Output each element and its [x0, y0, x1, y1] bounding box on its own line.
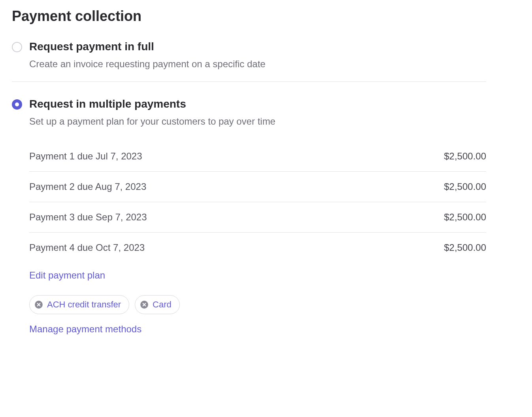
payment-amount: $2,500.00	[444, 151, 486, 162]
payments-list: Payment 1 due Jul 7, 2023 $2,500.00 Paym…	[29, 141, 486, 263]
close-circle-icon[interactable]	[34, 300, 43, 309]
chip-label: ACH credit transfer	[47, 299, 121, 310]
edit-payment-plan-link[interactable]: Edit payment plan	[29, 270, 105, 281]
chip-ach[interactable]: ACH credit transfer	[29, 295, 129, 314]
payment-amount: $2,500.00	[444, 181, 486, 192]
option-multiple-label: Request in multiple payments	[29, 98, 486, 110]
payment-label: Payment 2 due Aug 7, 2023	[29, 181, 146, 192]
payment-amount: $2,500.00	[444, 212, 486, 223]
option-full-label: Request payment in full	[29, 40, 486, 53]
chip-card[interactable]: Card	[135, 295, 180, 314]
option-request-multiple[interactable]: Request in multiple payments Set up a pa…	[12, 98, 486, 347]
payment-row: Payment 1 due Jul 7, 2023 $2,500.00	[29, 141, 486, 172]
option-multiple-desc: Set up a payment plan for your customers…	[29, 116, 486, 127]
radio-request-multiple[interactable]	[12, 99, 22, 110]
payment-label: Payment 4 due Oct 7, 2023	[29, 242, 145, 253]
payment-label: Payment 3 due Sep 7, 2023	[29, 212, 147, 223]
radio-request-full[interactable]	[12, 42, 22, 52]
payment-row: Payment 2 due Aug 7, 2023 $2,500.00	[29, 172, 486, 202]
page-title: Payment collection	[12, 8, 486, 25]
manage-payment-methods-link[interactable]: Manage payment methods	[29, 324, 141, 335]
option-request-full[interactable]: Request payment in full Create an invoic…	[12, 40, 486, 82]
payment-method-chips: ACH credit transfer Card	[29, 295, 486, 314]
payment-row: Payment 4 due Oct 7, 2023 $2,500.00	[29, 233, 486, 263]
payment-label: Payment 1 due Jul 7, 2023	[29, 151, 142, 162]
option-full-desc: Create an invoice requesting payment on …	[29, 59, 486, 70]
payment-amount: $2,500.00	[444, 242, 486, 253]
payment-row: Payment 3 due Sep 7, 2023 $2,500.00	[29, 202, 486, 233]
chip-label: Card	[153, 299, 172, 310]
close-circle-icon[interactable]	[140, 300, 149, 309]
